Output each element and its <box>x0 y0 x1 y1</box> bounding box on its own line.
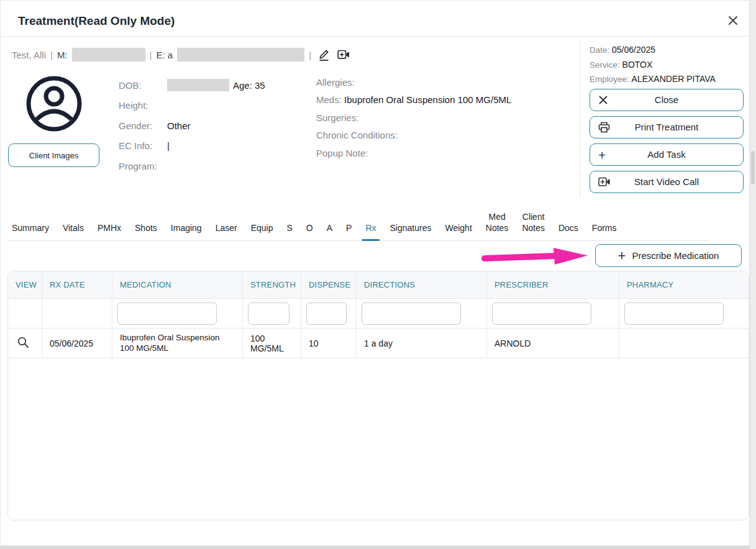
separator: | <box>309 50 311 60</box>
column-header-medication[interactable]: MEDICATION <box>112 271 243 298</box>
column-header-rx-date[interactable]: RX DATE <box>42 271 112 298</box>
tab-client-notes[interactable]: Client Notes <box>522 212 545 240</box>
visit-date-row: Date: 05/06/2025 <box>590 45 744 55</box>
patient-medical-summary: Allergies: Meds: Ibuprofen Oral Suspensi… <box>316 74 511 162</box>
page-scrollbar-thumb[interactable] <box>751 151 755 184</box>
column-header-dispense[interactable]: DISPENSE <box>301 271 357 298</box>
start-video-call-button[interactable]: Start Video Call <box>590 171 744 193</box>
popup-note-row: Popup Note: <box>316 145 511 162</box>
tab-imaging[interactable]: Imaging <box>171 223 202 241</box>
column-header-prescriber[interactable]: PRESCRIBER <box>487 271 619 298</box>
tab-a[interactable]: A <box>327 223 332 241</box>
surgeries-label: Surgeries: <box>316 112 358 123</box>
filter-input-dispense[interactable] <box>306 302 347 325</box>
close-icon <box>598 95 608 105</box>
tab-rx[interactable]: Rx <box>365 223 376 241</box>
column-header-directions[interactable]: DIRECTIONS <box>357 271 487 298</box>
close-icon[interactable] <box>726 14 740 27</box>
button-label: Close <box>655 94 678 105</box>
tab-forms[interactable]: Forms <box>592 223 617 241</box>
table-body: 05/06/2025Ibuprofen Oral Suspension 100 … <box>8 329 749 358</box>
height-row: Height: <box>119 96 265 116</box>
tab-vitals[interactable]: Vitals <box>63 223 84 241</box>
tab-signatures[interactable]: Signatures <box>390 223 432 241</box>
filter-input-medication[interactable] <box>117 302 217 325</box>
cell-directions: 1 a day <box>357 329 487 358</box>
filter-cell <box>112 299 243 328</box>
video-call-icon[interactable] <box>337 49 350 60</box>
plus-icon: + <box>598 148 606 161</box>
visit-action-buttons: ClosePrint Treatment+Add TaskStart Video… <box>590 89 744 193</box>
chronic-conditions-label: Chronic Conditions: <box>316 130 398 140</box>
print-treatment-button[interactable]: Print Treatment <box>590 116 744 138</box>
service-value: BOTOX <box>622 60 653 70</box>
employee-label: Employee: <box>590 75 629 84</box>
tab-s[interactable]: S <box>286 223 292 241</box>
allergies-row: Allergies: <box>316 74 511 91</box>
view-prescription-button[interactable] <box>16 335 30 352</box>
gender-row: Gender: Other <box>119 116 265 136</box>
filter-cell <box>301 299 357 328</box>
column-header-pharmacy[interactable]: PHARMACY <box>619 271 749 298</box>
separator: | <box>50 50 53 60</box>
page-scrollbar-track[interactable] <box>750 0 756 549</box>
filter-input-pharmacy[interactable] <box>624 302 724 325</box>
ec-info-value: | <box>167 140 170 151</box>
video-icon <box>598 176 611 187</box>
date-label: Date: <box>590 45 609 55</box>
column-header-view[interactable]: VIEW <box>8 271 42 298</box>
dob-label: DOB: <box>119 80 167 91</box>
prescriptions-table: VIEWRX DATEMEDICATIONSTRENGTHDISPENSEDIR… <box>7 271 749 520</box>
service-label: Service: <box>590 60 620 70</box>
date-value: 05/06/2025 <box>612 45 655 55</box>
dob-row: DOB: Age: 35 <box>119 75 265 96</box>
tab-p[interactable]: P <box>346 223 352 241</box>
tab-shots[interactable]: Shots <box>135 223 157 241</box>
dob-redaction <box>167 79 229 91</box>
ec-info-row: EC Info: | <box>119 136 265 157</box>
section-divider <box>580 40 580 198</box>
program-row: Program: <box>119 156 265 176</box>
printer-icon <box>598 122 610 133</box>
filter-cell <box>243 299 301 328</box>
gender-label: Gender: <box>119 120 167 131</box>
separator: | <box>150 50 152 60</box>
tab-pmhx[interactable]: PMHx <box>98 223 121 241</box>
tab-laser[interactable]: Laser <box>216 223 237 241</box>
filter-input-directions[interactable] <box>362 302 461 325</box>
chronic-conditions-row: Chronic Conditions: <box>316 127 511 144</box>
tab-weight[interactable]: Weight <box>445 223 471 241</box>
popup-note-label: Popup Note: <box>316 148 368 158</box>
treatment-modal: Treatment(Read Only Mode) Test, Alli | M… <box>0 0 750 546</box>
tab-o[interactable]: O <box>306 223 313 241</box>
cell-prescriber: ARNOLD <box>487 329 619 358</box>
surgeries-row: Surgeries: <box>316 109 511 127</box>
filter-input-strength[interactable] <box>248 302 289 325</box>
modal-title: Treatment(Read Only Mode) <box>18 14 175 28</box>
visit-employee-row: Employee: ALEXANDER PITAVA <box>590 74 744 84</box>
button-label: Add Task <box>647 149 685 160</box>
tab-docs[interactable]: Docs <box>558 223 578 241</box>
filter-input-prescriber[interactable] <box>492 302 591 325</box>
mobile-label: M: <box>57 50 68 60</box>
allergies-label: Allergies: <box>316 77 355 88</box>
edit-pencil-icon[interactable] <box>318 48 330 61</box>
modal-header: Treatment(Read Only Mode) <box>1 1 749 37</box>
meds-value: Ibuprofen Oral Suspension 100 MG/5ML <box>344 94 511 105</box>
patient-name: Test, Alli <box>12 50 46 60</box>
annotation-arrow <box>481 247 593 269</box>
tab-equip[interactable]: Equip <box>251 223 273 241</box>
add-task-button[interactable]: +Add Task <box>590 143 744 166</box>
column-header-strength[interactable]: STRENGTH <box>243 271 301 298</box>
table-row: 05/06/2025Ibuprofen Oral Suspension 100 … <box>8 329 749 358</box>
prescribe-medication-button[interactable]: + Prescribe Medication <box>595 244 742 267</box>
button-label: Print Treatment <box>635 122 699 132</box>
cell-view <box>8 329 42 358</box>
close-button[interactable]: Close <box>590 89 744 111</box>
table-filter-row <box>8 299 749 329</box>
employee-value: ALEXANDER PITAVA <box>632 74 716 84</box>
client-images-button[interactable]: Client Images <box>8 143 99 167</box>
tab-summary[interactable]: Summary <box>12 223 49 241</box>
tab-med-notes[interactable]: Med Notes <box>486 212 509 240</box>
visit-service-row: Service: BOTOX <box>590 60 744 70</box>
